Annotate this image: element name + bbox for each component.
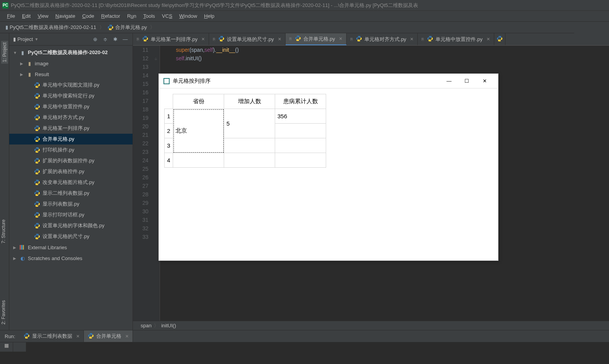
menu-code[interactable]: Code — [79, 12, 97, 20]
table-row-header-1[interactable]: 1 — [165, 109, 173, 124]
menu-navigate[interactable]: Navigate — [52, 12, 78, 20]
table-cell[interactable] — [224, 153, 275, 168]
table-corner[interactable] — [165, 94, 173, 109]
tree-root[interactable]: ▼ ▮ PyQt5二维数据及表格操作-2020-02 — [9, 47, 133, 58]
pin-icon: ⎘ — [289, 37, 292, 41]
close-tab-icon[interactable]: ✕ — [487, 37, 490, 42]
close-tab-icon[interactable]: ✕ — [125, 334, 129, 339]
scratches-icon: ◐ — [19, 255, 26, 261]
tree-file[interactable]: 显示打印对话框.py — [9, 209, 133, 220]
breadcrumb-file[interactable]: 合并单元格.py — [105, 23, 149, 32]
hide-icon[interactable]: — — [122, 36, 129, 43]
menu-vcs[interactable]: VCS — [159, 12, 175, 20]
table-cell[interactable] — [275, 138, 326, 153]
breadcrumb-class[interactable]: span — [141, 323, 151, 328]
close-tab-icon[interactable]: ✕ — [278, 37, 281, 42]
tree-file[interactable]: 显示列表数据.py — [9, 199, 133, 209]
python-file-icon — [295, 35, 301, 43]
table-row-header-2[interactable]: 2 — [165, 124, 173, 138]
tree-file[interactable]: 打印机操作.py — [9, 145, 133, 155]
tree-file[interactable]: 单元格中实现图文混排.py — [9, 80, 133, 90]
table-cell-increase[interactable]: 5 — [224, 109, 275, 138]
close-tab-icon[interactable]: ✕ — [410, 37, 413, 42]
tool-tab-structure[interactable]: 7: Structure — [0, 216, 7, 247]
qtablewidget[interactable]: 省份 增加人数 患病累计人数 1 北京 5 356 2 3 4 — [164, 94, 326, 168]
tool-tab-favorites[interactable]: 2: Favorites — [0, 297, 7, 328]
tree-file[interactable]: 单元格某一列排序.py — [9, 123, 133, 134]
maximize-button[interactable]: ☐ — [458, 75, 476, 87]
pycharm-icon: PC — [2, 2, 9, 9]
menu-view[interactable]: View — [34, 12, 51, 20]
editor-tab[interactable]: ⎘单元格中放置控件.py✕ — [418, 33, 494, 45]
python-file-icon — [34, 190, 40, 196]
run-tab[interactable]: 合并单元格✕ — [84, 330, 133, 342]
table-header-2[interactable]: 患病累计人数 — [275, 94, 326, 109]
menu-help[interactable]: Help — [201, 12, 218, 20]
menu-run[interactable]: Run — [124, 12, 139, 20]
folder-icon: ▮ — [26, 71, 32, 77]
tree-folder-result[interactable]: ▶ ▮ Result — [9, 69, 133, 80]
tree-file[interactable]: 设置单元格的尺寸.py — [9, 231, 133, 242]
python-file-icon — [34, 233, 40, 240]
close-button[interactable]: ✕ — [476, 75, 493, 87]
table-cell[interactable] — [173, 153, 224, 168]
tree-folder-image[interactable]: ▶ ▮ image — [9, 58, 133, 69]
pyqt-app-window: 单元格按列排序 — ☐ ✕ 省份 增加人数 患病累计人数 1 北京 5 356 … — [158, 73, 498, 261]
table-cell[interactable] — [275, 124, 326, 138]
python-file-icon — [34, 93, 40, 99]
table-cell[interactable] — [224, 138, 275, 153]
python-file-icon — [34, 125, 40, 131]
tree-file[interactable]: 显示二维列表数据.py — [9, 188, 133, 199]
locate-icon[interactable]: ⊕ — [92, 36, 99, 43]
python-file-icon — [427, 36, 433, 43]
breadcrumb-method[interactable]: initUI() — [161, 323, 176, 328]
editor-tab[interactable]: ⎘合并单元格.py✕ — [286, 33, 347, 45]
minimize-button[interactable]: — — [440, 75, 458, 87]
close-tab-icon[interactable]: ✕ — [76, 334, 80, 339]
app-title-bar[interactable]: 单元格按列排序 — ☐ ✕ — [159, 74, 498, 88]
table-header-1[interactable]: 增加人数 — [224, 94, 275, 109]
python-file-icon — [107, 24, 114, 31]
tree-file[interactable]: 改变单元格图片格式.py — [9, 177, 133, 188]
table-cell-province[interactable]: 北京 — [173, 109, 224, 153]
menu-tools[interactable]: Tools — [140, 12, 158, 20]
collapse-icon[interactable]: ≑ — [102, 36, 109, 43]
close-tab-icon[interactable]: ✕ — [201, 37, 205, 42]
menu-window[interactable]: Window — [176, 12, 200, 20]
app-icon — [163, 78, 170, 84]
breadcrumb-separator: 〉 — [99, 24, 104, 31]
breadcrumb-root[interactable]: ▮ PyQt5二维数据及表格操作-2020-02-11 — [3, 23, 99, 32]
tree-file[interactable]: 合并单元格.py — [9, 134, 133, 145]
tree-file[interactable]: 扩展的表格控件.py — [9, 166, 133, 177]
table-cell[interactable] — [275, 153, 326, 168]
tool-tab-project[interactable]: 1: Project — [1, 41, 8, 64]
svg-rect-0 — [20, 245, 21, 250]
editor-tab[interactable]: ⎘设置单元格的尺寸.py✕ — [209, 33, 285, 45]
expand-icon: ▶ — [20, 61, 24, 66]
close-tab-icon[interactable]: ✕ — [339, 36, 342, 41]
table-header-0[interactable]: 省份 — [173, 94, 224, 109]
run-tab[interactable]: 显示二维列表数据✕ — [20, 330, 84, 342]
tree-file[interactable]: 扩展的列表数据控件.py — [9, 155, 133, 166]
editor-tab-more[interactable] — [494, 33, 505, 45]
left-tool-gutter: 1: Project — [0, 33, 9, 330]
stop-icon[interactable] — [3, 343, 10, 349]
tree-file[interactable]: 设置单元格的字体和颜色.py — [9, 220, 133, 231]
settings-icon[interactable]: ✱ — [112, 36, 119, 43]
menu-edit[interactable]: Edit — [19, 12, 34, 20]
tree-file[interactable]: 单元格中搜索特定行.py — [9, 90, 133, 101]
tree-file[interactable]: 单元格中放置控件.py — [9, 101, 133, 112]
tree-scratches[interactable]: ▶ ◐ Scratches and Consoles — [9, 253, 133, 264]
tree-external-libs[interactable]: ▶ External Libraries — [9, 242, 133, 253]
table-row-header-3[interactable]: 3 — [165, 138, 173, 153]
project-panel-title[interactable]: ▮ Project ▼ — [13, 36, 88, 42]
menu-file[interactable]: File — [4, 12, 18, 20]
line-numbers: 1112131415161718192021222324252627282930… — [133, 46, 152, 321]
table-cell-total[interactable]: 356 — [275, 109, 326, 124]
table-row-header-4[interactable]: 4 — [165, 153, 173, 168]
tree-file[interactable]: 单元格对齐方式.py — [9, 112, 133, 123]
menu-refactor[interactable]: Refactor — [98, 12, 123, 20]
python-file-icon — [34, 168, 40, 175]
editor-tab[interactable]: ⎘单元格某一列排序.py✕ — [133, 33, 209, 45]
editor-tab[interactable]: ⎘单元格对齐方式.py✕ — [347, 33, 418, 45]
